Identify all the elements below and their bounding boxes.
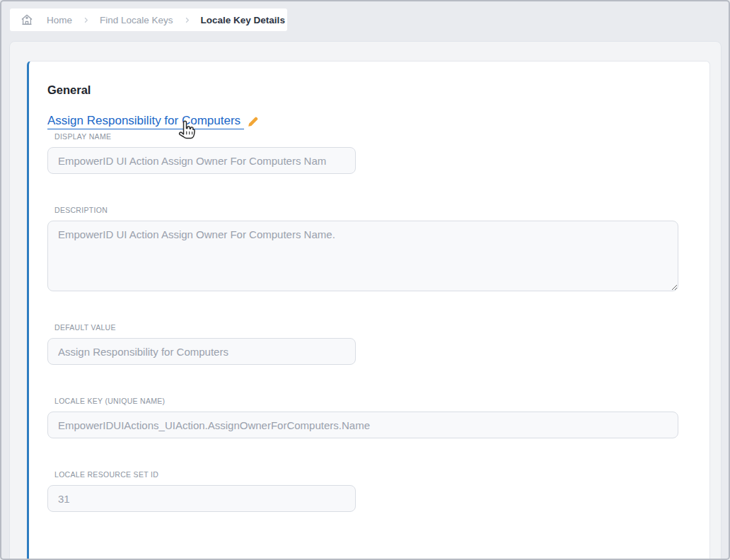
record-title-row: Assign Responsibility for Computers (47, 113, 709, 130)
section-title: General (47, 83, 709, 97)
content-panel: General Assign Responsibility for Comput… (9, 41, 722, 560)
field-label: DISPLAY NAME (54, 132, 709, 141)
chevron-right-icon (183, 16, 191, 24)
breadcrumb-item-find-locale-keys[interactable]: Find Locale Keys (100, 15, 173, 25)
app-window: Home Find Locale Keys Locale Key Details… (0, 0, 730, 560)
breadcrumb: Home Find Locale Keys Locale Key Details (10, 8, 287, 31)
locale-key-input[interactable] (47, 412, 678, 438)
chevron-right-icon (82, 16, 90, 24)
field-locale-resource-set-id: LOCALE RESOURCE SET ID (47, 470, 709, 512)
default-value-input[interactable] (47, 338, 356, 365)
locale-resource-set-id-input[interactable] (47, 485, 356, 512)
display-name-input[interactable] (47, 147, 356, 174)
breadcrumb-item-locale-key-details: Locale Key Details (201, 15, 285, 25)
field-default-value: DEFAULT VALUE (47, 323, 709, 365)
home-icon[interactable] (20, 13, 34, 27)
breadcrumb-item-home[interactable]: Home (47, 15, 72, 25)
field-description: DESCRIPTION (47, 206, 709, 291)
pencil-icon[interactable] (247, 115, 260, 128)
record-name-link[interactable]: Assign Responsibility for Computers (47, 114, 244, 129)
field-label: DEFAULT VALUE (54, 323, 709, 332)
field-label: LOCALE KEY (UNIQUE NAME) (54, 397, 709, 406)
description-textarea[interactable] (47, 221, 678, 291)
field-locale-key: LOCALE KEY (UNIQUE NAME) (47, 397, 709, 438)
field-label: DESCRIPTION (54, 206, 709, 215)
field-label: LOCALE RESOURCE SET ID (54, 470, 709, 479)
locale-key-details-card: General Assign Responsibility for Comput… (27, 61, 710, 560)
field-display-name: DISPLAY NAME (47, 132, 709, 174)
